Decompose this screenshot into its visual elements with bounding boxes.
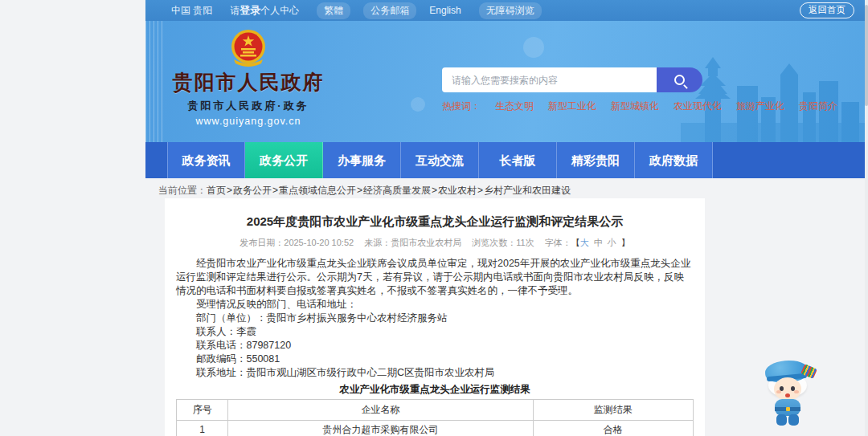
- line-contact-address: 联系地址：贵阳市观山湖区市级行政中心二期C区贵阳市农业农村局: [176, 366, 694, 380]
- paragraph-announcement: 经贵阳市农业产业化市级重点龙头企业联席会议成员单位审定，现对2025年开展的农业…: [176, 257, 694, 298]
- article-card: 2025年度贵阳市农业产业化市级重点龙头企业运行监测和评定结果公示 发布日期：2…: [165, 198, 705, 436]
- scrollbar-track[interactable]: [865, 0, 868, 436]
- table-row: 1 贵州合力超市采购有限公司 合格: [177, 421, 694, 436]
- mascot-leg: [776, 414, 787, 426]
- breadcrumb-separator: >: [477, 185, 483, 196]
- national-emblem-icon: [231, 27, 266, 67]
- nav-item-banshi-fuwu[interactable]: 办事服务: [323, 142, 401, 178]
- scrollbar-thumb[interactable]: [865, 5, 868, 106]
- hot-word-2[interactable]: 新型城镇化: [611, 100, 659, 113]
- article-meta: 发布日期：2025-10-20 10:52 来源：贵阳市农业农村局 浏览次数：1…: [176, 237, 694, 249]
- font-size-label: 字体：: [545, 238, 571, 247]
- hot-word-1[interactable]: 新型工业化: [548, 100, 596, 113]
- breadcrumb-home[interactable]: 首页: [207, 185, 226, 196]
- link-official-mail[interactable]: 公务邮箱: [363, 2, 416, 19]
- nav-item-zhengwu-gongkai[interactable]: 政务公开: [245, 142, 323, 178]
- bracket-close: 】: [621, 238, 630, 247]
- font-size-medium-button[interactable]: 中: [594, 238, 603, 247]
- main-navigation: 政务资讯 政务公开 办事服务 互动交流 长者版 精彩贵阳 政府数据: [145, 142, 866, 178]
- hot-word-3[interactable]: 农业现代化: [674, 100, 722, 113]
- table-header-row: 序号 企业名称 监测结果: [177, 400, 694, 421]
- font-size-large-button[interactable]: 大: [580, 238, 589, 247]
- hot-search-row: 热搜词： 生态文明 新型工业化 新型城镇化 农业现代化 旅游产业化 贵阳简介: [442, 100, 852, 113]
- hot-word-4[interactable]: 旅游产业化: [736, 100, 784, 113]
- search-input[interactable]: [442, 67, 657, 92]
- mascot-belt-buckle: [786, 407, 790, 411]
- nav-item-zhengfu-shuju[interactable]: 政府数据: [635, 142, 713, 178]
- login-text-strong: 登录: [240, 4, 260, 16]
- mascot-cheek: [776, 390, 781, 393]
- link-english[interactable]: English: [429, 5, 461, 16]
- link-china-guiyang[interactable]: 中国 贵阳: [171, 4, 212, 18]
- breadcrumb-separator: >: [227, 185, 232, 196]
- mascot-cheek: [794, 390, 799, 393]
- bokeh-circle: [411, 97, 425, 112]
- header-cell-company: 企业名称: [228, 400, 533, 421]
- line-postal-code: 邮政编码：550081: [176, 352, 694, 366]
- link-traditional-chinese[interactable]: 繁體: [317, 2, 350, 19]
- floating-mascot-widget[interactable]: [764, 361, 817, 428]
- site-url: www.guiyang.gov.cn: [152, 116, 345, 127]
- mascot-leg: [788, 414, 799, 426]
- search-icon: [674, 75, 685, 85]
- login-text-post: 个人中心: [260, 5, 299, 16]
- breadcrumb-separator: >: [272, 185, 278, 196]
- monitoring-result-table: 序号 企业名称 监测结果 1 贵州合力超市采购有限公司 合格 2 贵州友禾种业有…: [176, 399, 694, 436]
- line-department: 部门（单位）：贵阳市乡村振兴服务中心农村经济服务站: [176, 312, 694, 325]
- nav-item-zhangzheban[interactable]: 长者版: [479, 142, 557, 178]
- article-body: 经贵阳市农业产业化市级重点龙头企业联席会议成员单位审定，现对2025年开展的农业…: [176, 257, 694, 380]
- paragraph-acceptance: 受理情况反映的部门、电话和地址：: [176, 298, 694, 312]
- breadcrumb-zhengwu-gongkai[interactable]: 政务公开: [233, 185, 272, 196]
- bokeh-circle: [523, 37, 544, 58]
- hot-search-label: 热搜词：: [442, 100, 481, 113]
- city-skyline-decoration: [681, 46, 866, 142]
- bracket-open: 【: [571, 238, 580, 247]
- line-contact-phone: 联系电话：87987120: [176, 339, 694, 352]
- article-title: 2025年度贵阳市农业产业化市级重点龙头企业运行监测和评定结果公示: [176, 214, 694, 230]
- mascot-face: [774, 377, 801, 401]
- breadcrumb-separator: >: [357, 185, 362, 196]
- breadcrumb-xiangcun-chanye[interactable]: 乡村产业和农田建设: [484, 185, 571, 196]
- cell-no: 1: [177, 421, 228, 436]
- login-text-pre: 请: [230, 5, 240, 16]
- header-cell-result: 监测结果: [533, 400, 693, 421]
- top-utility-bar: 中国 贵阳 请登录个人中心 繁體 公务邮箱 English 无障碍浏览 返回首页: [145, 0, 866, 21]
- breadcrumb-separator: >: [432, 185, 437, 196]
- view-count: 浏览次数：11次: [472, 238, 534, 247]
- publish-date: 发布日期：2025-10-20 10:52: [240, 238, 354, 247]
- cell-result: 合格: [533, 421, 693, 436]
- font-size-small-button[interactable]: 小: [608, 238, 616, 247]
- hot-word-0[interactable]: 生态文明: [495, 100, 534, 113]
- hot-word-5[interactable]: 贵阳简介: [799, 100, 837, 113]
- table-caption: 农业产业化市级重点龙头企业运行监测结果: [176, 383, 694, 397]
- line-contact-person: 联系人：李霞: [176, 325, 694, 339]
- nav-item-zhengwu-zixun[interactable]: 政务资讯: [167, 142, 245, 178]
- header-cell-no: 序号: [177, 400, 228, 421]
- search-bar: [442, 67, 702, 92]
- site-logo-block[interactable]: 贵阳市人民政府 贵阳市人民政府·政务 www.guiyang.gov.cn: [152, 27, 345, 127]
- site-subtitle: 贵阳市人民政府·政务: [152, 99, 345, 113]
- back-to-home-button[interactable]: 返回首页: [800, 2, 854, 18]
- article-source: 来源：贵阳市农业农村局: [364, 238, 461, 247]
- breadcrumb-zhongdian-lingyu[interactable]: 重点领域信息公开: [279, 185, 356, 196]
- cell-company: 贵州合力超市采购有限公司: [228, 421, 533, 436]
- site-banner: 贵阳市人民政府 贵阳市人民政府·政务 www.guiyang.gov.cn 热搜…: [145, 21, 866, 142]
- link-login-personal-center[interactable]: 请登录个人中心: [230, 3, 299, 18]
- breadcrumb: 当前位置：首页>政务公开>重点领域信息公开>经济高质量发展>农业农村>乡村产业和…: [158, 184, 571, 198]
- mascot-mouth: [785, 393, 790, 397]
- breadcrumb-jingji-fazhan[interactable]: 经济高质量发展: [363, 185, 431, 196]
- site-column: 中国 贵阳 请登录个人中心 繁體 公务邮箱 English 无障碍浏览 返回首页: [145, 0, 866, 178]
- link-accessibility[interactable]: 无障碍浏览: [479, 2, 542, 19]
- search-button[interactable]: [657, 67, 702, 92]
- breadcrumb-label: 当前位置：: [158, 185, 207, 196]
- nav-item-hudong-jiaoliu[interactable]: 互动交流: [401, 142, 479, 178]
- breadcrumb-nongye-nongcun[interactable]: 农业农村: [438, 185, 477, 196]
- site-title: 贵阳市人民政府: [152, 69, 345, 96]
- nav-item-jingcai-guiyang[interactable]: 精彩贵阳: [557, 142, 635, 178]
